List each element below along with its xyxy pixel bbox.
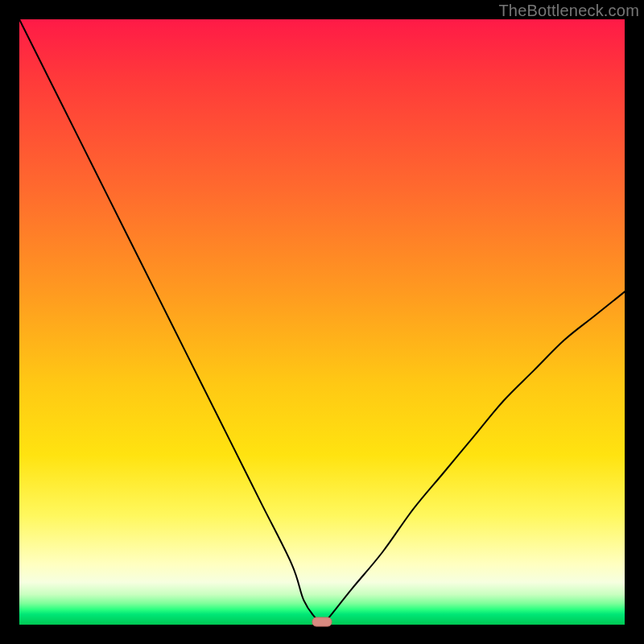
minimum-marker [312, 617, 332, 626]
curve-svg [19, 19, 625, 625]
chart-frame: TheBottleneck.com [0, 0, 644, 644]
watermark-text: TheBottleneck.com [498, 2, 639, 20]
plot-area [19, 19, 625, 625]
bottleneck-curve [19, 19, 625, 625]
